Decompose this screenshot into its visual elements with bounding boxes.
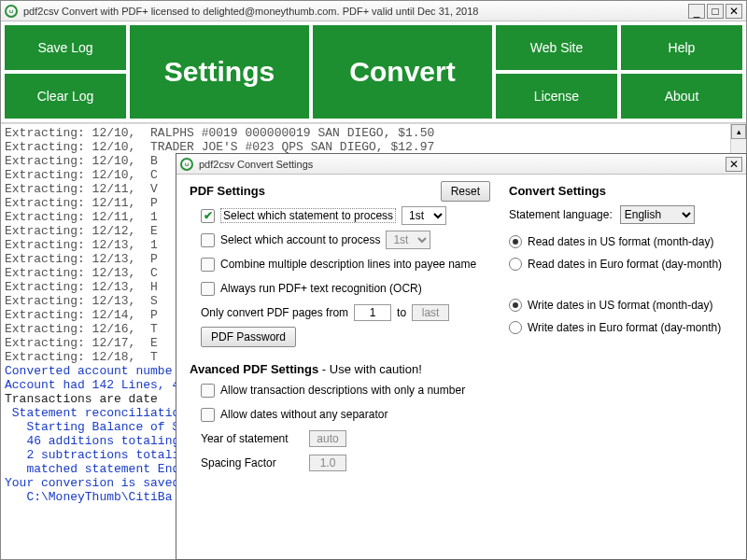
pages-from-label: Only convert PDF pages from: [201, 306, 348, 319]
write-eu-label: Write dates in Euro format (day-month): [528, 321, 721, 334]
pdf-password-button[interactable]: PDF Password: [201, 327, 296, 347]
read-eu-label: Read dates in Euro format (day-month): [528, 258, 722, 271]
language-label: Statement language:: [509, 208, 613, 221]
about-button[interactable]: About: [621, 74, 742, 119]
minimize-button[interactable]: _: [688, 4, 705, 19]
clear-log-button[interactable]: Clear Log: [5, 74, 126, 119]
combine-lines-checkbox[interactable]: [201, 258, 215, 272]
toolbar: Save Log Clear Log Settings Convert Web …: [1, 21, 746, 123]
pages-from-input[interactable]: [354, 304, 391, 321]
select-statement-label: Select which statement to process: [220, 208, 396, 223]
select-account-label: Select which account to process: [220, 233, 380, 246]
read-us-label: Read dates in US format (month-day): [528, 235, 713, 248]
close-button[interactable]: ✕: [726, 4, 742, 19]
settings-dialog: pdf2csv Convert Settings ✕ PDF Settings …: [176, 153, 747, 560]
dialog-titlebar: pdf2csv Convert Settings ✕: [176, 154, 746, 175]
spacing-label: Spacing Factor: [201, 456, 303, 469]
website-button[interactable]: Web Site: [496, 25, 617, 70]
app-icon: [5, 5, 18, 18]
reset-button[interactable]: Reset: [441, 181, 490, 202]
read-us-radio[interactable]: [509, 235, 522, 248]
main-titlebar: pdf2csv Convert with PDF+ licensed to de…: [1, 1, 746, 21]
advanced-heading: Avanced PDF Settings - Use with caution!: [190, 362, 490, 376]
read-eu-radio[interactable]: [509, 258, 522, 271]
convert-button[interactable]: Convert: [313, 25, 492, 119]
save-log-button[interactable]: Save Log: [5, 25, 126, 70]
statement-number-select[interactable]: 1st: [402, 206, 446, 225]
year-input[interactable]: [309, 430, 346, 447]
window-title: pdf2csv Convert with PDF+ licensed to de…: [23, 6, 688, 17]
select-statement-checkbox[interactable]: [201, 209, 215, 223]
select-account-checkbox[interactable]: [201, 233, 215, 247]
pages-to-label: to: [397, 306, 406, 319]
write-eu-radio[interactable]: [509, 321, 522, 334]
spacing-input[interactable]: [309, 455, 346, 471]
allow-number-desc-checkbox[interactable]: [201, 384, 215, 398]
ocr-label: Always run PDF+ text recognition (OCR): [220, 282, 422, 295]
language-select[interactable]: English: [620, 205, 695, 224]
dialog-close-button[interactable]: ✕: [726, 157, 742, 172]
pages-to-input[interactable]: [412, 304, 449, 321]
settings-button[interactable]: Settings: [130, 25, 309, 119]
license-button[interactable]: License: [496, 74, 617, 119]
scroll-up-button[interactable]: ▴: [731, 124, 746, 139]
combine-lines-label: Combine multiple description lines into …: [220, 258, 476, 271]
convert-settings-heading: Convert Settings: [509, 184, 733, 198]
write-us-label: Write dates in US format (month-day): [528, 299, 713, 312]
year-label: Year of statement: [201, 432, 303, 445]
allow-number-desc-label: Allow transaction descriptions with only…: [220, 384, 465, 397]
maximize-button[interactable]: □: [707, 4, 724, 19]
convert-settings-column: Convert Settings Statement language: Eng…: [509, 184, 733, 477]
allow-nosep-checkbox[interactable]: [201, 408, 215, 422]
dialog-title: pdf2csv Convert Settings: [199, 159, 726, 170]
account-number-select: 1st: [386, 231, 430, 249]
allow-nosep-label: Allow dates without any separator: [220, 408, 388, 421]
help-button[interactable]: Help: [621, 25, 742, 70]
pdf-settings-column: PDF Settings Reset Select which statemen…: [190, 184, 490, 477]
ocr-checkbox[interactable]: [201, 282, 215, 296]
app-icon: [180, 158, 193, 171]
log-line: Extracting: 12/10, TRADER JOE'S #023 QPS…: [5, 140, 742, 154]
log-line: Extracting: 12/10, RALPHS #0019 00000001…: [5, 126, 742, 140]
write-us-radio[interactable]: [509, 299, 522, 312]
